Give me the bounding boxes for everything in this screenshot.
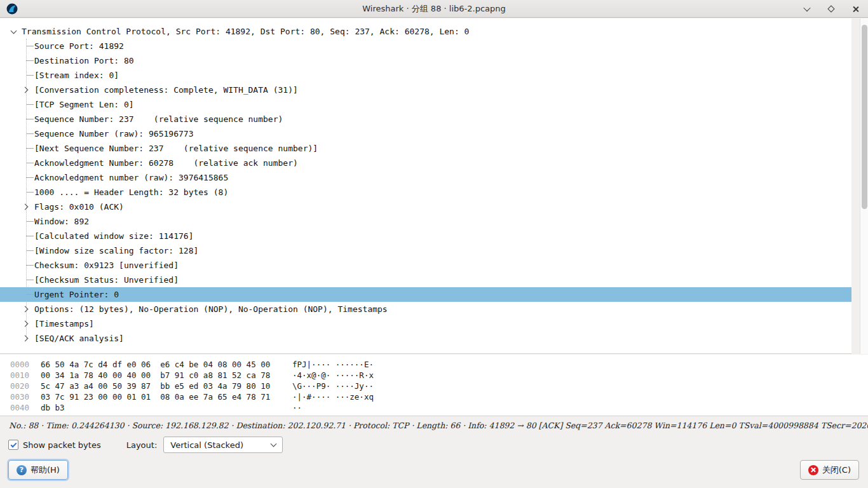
- chevron-right-icon[interactable]: [22, 204, 29, 210]
- tree-row[interactable]: [SEQ/ACK analysis]: [0, 331, 851, 346]
- hex-bytes[interactable]: db b3: [41, 403, 292, 414]
- tree-branch-dash: [26, 294, 34, 295]
- tree-row[interactable]: [Checksum Status: Unverified]: [0, 273, 851, 287]
- tree-branch-dash: [26, 250, 34, 251]
- help-button-label: 帮助(H): [31, 464, 60, 476]
- expander-cell: [22, 258, 34, 273]
- tree-row-label: [Checksum Status: Unverified]: [34, 275, 179, 285]
- expander-cell: [22, 170, 34, 185]
- checkmark-icon: [10, 441, 17, 447]
- hex-ascii[interactable]: fPJ|···· ······E·: [292, 360, 374, 370]
- tree-row-label: Acknowledgment Number: 60278 (relative a…: [34, 158, 298, 168]
- hex-ascii[interactable]: ··: [292, 403, 302, 414]
- tree-row[interactable]: [Stream index: 0]: [0, 68, 851, 83]
- hex-row[interactable]: 001000 34 1a 78 40 00 40 00 b7 91 c0 a8 …: [10, 370, 868, 381]
- tree-row[interactable]: [TCP Segment Len: 0]: [0, 97, 851, 112]
- help-button[interactable]: ? 帮助(H): [8, 460, 68, 480]
- tree-row[interactable]: Options: (12 bytes), No-Operation (NOP),…: [0, 302, 851, 316]
- scrollbar-thumb[interactable]: [862, 25, 867, 209]
- tree-row[interactable]: [Next Sequence Number: 237 (relative seq…: [0, 141, 851, 156]
- tree-row[interactable]: Source Port: 41892: [0, 39, 851, 53]
- tree-branch-dash: [26, 163, 34, 163]
- close-button[interactable]: 关闭(C): [800, 460, 859, 480]
- hex-ascii[interactable]: ·4·x@·@· ·····R·x: [292, 370, 374, 381]
- tree-branch-dash: [26, 221, 34, 222]
- hex-row[interactable]: 0040db b3··: [10, 403, 868, 414]
- tree-row-selected[interactable]: Urgent Pointer: 0: [0, 287, 851, 302]
- tree-row-label: [SEQ/ACK analysis]: [34, 334, 124, 343]
- tree-row[interactable]: Flags: 0x010 (ACK): [0, 200, 851, 214]
- tree-row-label: Sequence Number: 237 (relative sequence …: [34, 114, 283, 124]
- close-icon: [852, 6, 859, 13]
- tree-branch-dash: [26, 119, 34, 119]
- show-packet-bytes-checkbox[interactable]: Show packet bytes: [8, 440, 101, 450]
- expander-cell: [22, 97, 34, 112]
- tree-row[interactable]: Acknowledgment Number: 60278 (relative a…: [0, 156, 851, 170]
- tree-row-label: [Next Sequence Number: 237 (relative seq…: [34, 144, 318, 153]
- hex-row[interactable]: 00205c 47 a3 a4 00 50 39 87 bb e5 ed 03 …: [10, 381, 868, 392]
- hex-row[interactable]: 003003 7c 91 23 00 00 01 01 08 0a ee 7a …: [10, 392, 868, 403]
- tree-row-label: Urgent Pointer: 0: [34, 290, 119, 299]
- hex-bytes[interactable]: 03 7c 91 23 00 00 01 01 08 0a ee 7a 65 e…: [41, 392, 292, 403]
- expander-cell: [22, 83, 34, 97]
- close-window-button[interactable]: [850, 4, 860, 14]
- tree-row[interactable]: [Window size scaling factor: 128]: [0, 243, 851, 258]
- tree-branch-dash: [26, 46, 34, 46]
- tree-row[interactable]: Sequence Number: 237 (relative sequence …: [0, 112, 851, 126]
- tree-row[interactable]: Acknowledgment number (raw): 3976415865: [0, 170, 851, 185]
- hex-offset: 0020: [10, 381, 41, 392]
- chevron-right-icon[interactable]: [22, 306, 29, 313]
- window-title: Wireshark · 分组 88 · lib6-2.pcapng: [362, 3, 506, 15]
- chevron-down-icon: [271, 441, 277, 447]
- expander-cell: [22, 214, 34, 229]
- chevron-right-icon[interactable]: [22, 336, 29, 342]
- shade-window-button[interactable]: [802, 4, 812, 14]
- tree-scrollbar[interactable]: [860, 18, 868, 354]
- tree-row[interactable]: [Conversation completeness: Complete, WI…: [0, 83, 851, 97]
- chevron-right-icon[interactable]: [22, 87, 29, 93]
- tree-branch-dash: [26, 133, 34, 134]
- maximize-window-button[interactable]: [826, 4, 836, 14]
- chevron-right-icon[interactable]: [22, 321, 29, 327]
- packet-tree: Transmission Control Protocol, Src Port:…: [0, 18, 851, 354]
- tree-branch-dash: [26, 60, 34, 61]
- hex-row[interactable]: 000066 50 4a 7c d4 df e0 06 e6 c4 be 04 …: [10, 360, 868, 370]
- tree-row-label: [Window size scaling factor: 128]: [34, 246, 198, 255]
- hex-bytes[interactable]: 5c 47 a3 a4 00 50 39 87 bb e5 ed 03 4a 7…: [41, 381, 292, 392]
- expander-cell: [22, 273, 34, 287]
- checkbox-checked-icon[interactable]: [8, 440, 18, 450]
- maximize-icon: [827, 5, 834, 12]
- expander-cell: [22, 112, 34, 126]
- button-row: ? 帮助(H) 关闭(C): [0, 460, 868, 482]
- expander-cell: [22, 287, 34, 302]
- expander-cell: [22, 126, 34, 141]
- expander-cell: [22, 156, 34, 170]
- tree-row-label: Destination Port: 80: [34, 56, 134, 65]
- layout-select[interactable]: Vertical (Stacked): [163, 437, 283, 453]
- expander-cell: [22, 302, 34, 316]
- tree-row-label: Flags: 0x010 (ACK): [34, 202, 124, 212]
- hex-ascii[interactable]: ·|·#···· ···ze·xq: [292, 392, 374, 403]
- expander-cell: [22, 243, 34, 258]
- tree-row-label: [Calculated window size: 114176]: [34, 231, 193, 241]
- tree-row-label: Transmission Control Protocol, Src Port:…: [22, 27, 469, 36]
- tree-row[interactable]: Sequence Number (raw): 965196773: [0, 126, 851, 141]
- tree-row[interactable]: Checksum: 0x9123 [unverified]: [0, 258, 851, 273]
- tree-row-label: Options: (12 bytes), No-Operation (NOP),…: [34, 304, 388, 314]
- hex-bytes[interactable]: 00 34 1a 78 40 00 40 00 b7 91 c0 a8 81 5…: [41, 370, 292, 381]
- hex-bytes[interactable]: 66 50 4a 7c d4 df e0 06 e6 c4 be 04 08 0…: [41, 360, 292, 370]
- tree-row[interactable]: Transmission Control Protocol, Src Port:…: [0, 24, 851, 39]
- packet-summary: No.: 88 · Time: 0.244264130 · Source: 19…: [9, 421, 860, 431]
- expander-cell: [22, 141, 34, 156]
- tree-row[interactable]: Destination Port: 80: [0, 53, 851, 68]
- tree-row[interactable]: [Timestamps]: [0, 316, 851, 331]
- tree-row[interactable]: Window: 892: [0, 214, 851, 229]
- tree-row[interactable]: [Calculated window size: 114176]: [0, 229, 851, 243]
- tree-row[interactable]: 1000 .... = Header Length: 32 bytes (8): [0, 185, 851, 200]
- titlebar[interactable]: Wireshark · 分组 88 · lib6-2.pcapng: [0, 0, 868, 18]
- chevron-down-icon[interactable]: [11, 27, 17, 34]
- hex-ascii[interactable]: \G···P9· ····Jy··: [292, 381, 374, 392]
- expander-cell: [22, 316, 34, 331]
- window-controls: [802, 0, 860, 18]
- tree-branch-dash: [26, 177, 34, 178]
